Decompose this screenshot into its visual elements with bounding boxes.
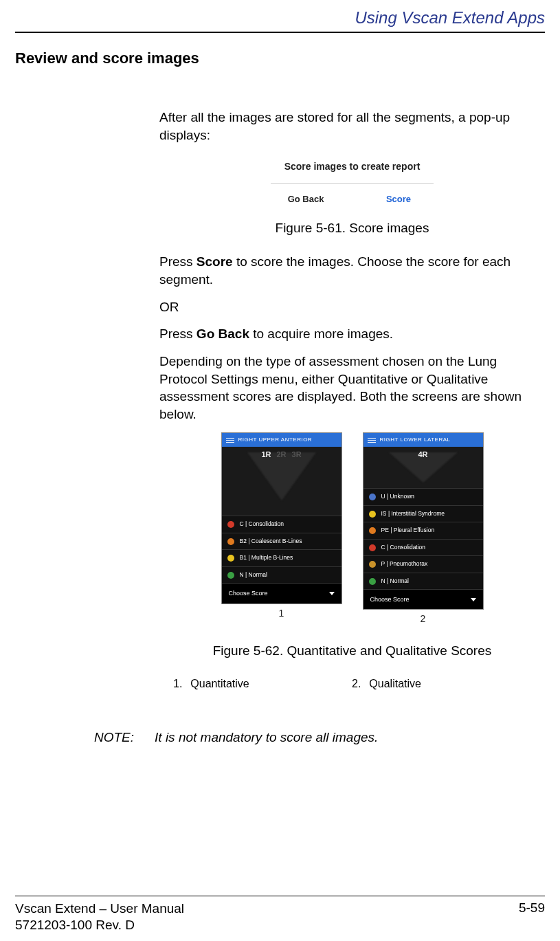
- phone-title: RIGHT UPPER ANTERIOR: [238, 436, 313, 444]
- popup-title: Score images to create report: [260, 160, 445, 173]
- segment-labels: 1R 2R 3R: [261, 450, 301, 460]
- note-label: NOTE:: [94, 730, 134, 745]
- dot-icon: [227, 521, 234, 528]
- dot-icon: [227, 572, 234, 579]
- section-heading: Review and score images: [15, 49, 545, 67]
- body-content: After all the images are stored for all …: [159, 109, 545, 691]
- score-option[interactable]: N | Normal: [222, 566, 341, 583]
- dot-icon: [227, 555, 234, 562]
- note-block: NOTE: It is not mandatory to score all i…: [94, 730, 545, 745]
- score-option[interactable]: C | Consolidation: [363, 539, 483, 555]
- segment-labels: 4R: [418, 450, 427, 460]
- score-popup: Score images to create report Go Back Sc…: [260, 153, 445, 212]
- dot-icon: [369, 511, 376, 518]
- figure-caption-61: Figure 5-61. Score images: [159, 219, 545, 237]
- menu-icon[interactable]: [368, 438, 376, 443]
- footer-manual-title: Vscan Extend – User Manual: [15, 900, 184, 918]
- phone-titlebar: RIGHT LOWER LATERAL: [363, 433, 483, 447]
- score-option[interactable]: U | Unknown: [363, 488, 483, 505]
- ultrasound-image: 4R: [363, 447, 483, 488]
- figure-62-screens: RIGHT UPPER ANTERIOR 1R 2R 3R C | Consol…: [159, 432, 545, 626]
- ultrasound-image: 1R 2R 3R: [222, 447, 341, 516]
- score-option[interactable]: C | Consolidation: [222, 516, 341, 532]
- phone-titlebar: RIGHT UPPER ANTERIOR: [222, 433, 341, 447]
- dot-icon: [369, 561, 376, 568]
- dot-icon: [369, 578, 376, 585]
- press-goback-paragraph: Press Go Back to acquire more images.: [159, 325, 545, 343]
- page-number: 5-59: [519, 900, 545, 934]
- phone-qualitative: RIGHT LOWER LATERAL 4R U | Unknown IS | …: [363, 432, 484, 610]
- screen-number-2: 2: [363, 612, 484, 626]
- choose-score-dropdown[interactable]: Choose Score: [363, 589, 483, 609]
- phone-quantitative: RIGHT UPPER ANTERIOR 1R 2R 3R C | Consol…: [221, 432, 342, 604]
- page-footer: Vscan Extend – User Manual 5721203-100 R…: [15, 896, 545, 934]
- score-option[interactable]: PE | Pleural Effusion: [363, 522, 483, 538]
- dot-icon: [369, 544, 376, 551]
- score-button[interactable]: Score: [352, 190, 445, 208]
- choose-score-dropdown[interactable]: Choose Score: [222, 583, 341, 603]
- menu-icon[interactable]: [226, 438, 234, 443]
- dot-icon: [227, 538, 234, 545]
- score-option[interactable]: N | Normal: [363, 573, 483, 589]
- popup-divider: [271, 183, 434, 184]
- score-list-quantitative: C | Consolidation B2 | Coalescent B-Line…: [222, 516, 341, 583]
- press-score-paragraph: Press Score to score the images. Choose …: [159, 253, 545, 288]
- depending-paragraph: Depending on the type of assessment chos…: [159, 353, 545, 423]
- figure-legend: 1.Quantitative 2.Qualitative: [173, 676, 545, 691]
- chapter-header: Using Vscan Extend Apps: [15, 8, 545, 33]
- score-option[interactable]: B1 | Multiple B-Lines: [222, 549, 341, 566]
- score-option[interactable]: P | Pneumothorax: [363, 555, 483, 572]
- goback-button[interactable]: Go Back: [260, 190, 352, 208]
- phone-title: RIGHT LOWER LATERAL: [380, 436, 451, 444]
- chevron-down-icon: [471, 598, 476, 601]
- score-option[interactable]: IS | Interstitial Syndrome: [363, 505, 483, 522]
- score-list-qualitative: U | Unknown IS | Interstitial Syndrome P…: [363, 488, 483, 589]
- note-text: It is not mandatory to score all images.: [155, 730, 378, 745]
- dot-icon: [369, 494, 376, 500]
- figure-caption-62: Figure 5-62. Quantitative and Qualitativ…: [159, 642, 545, 660]
- or-text: OR: [159, 298, 545, 316]
- screen-number-1: 1: [221, 607, 342, 620]
- score-option[interactable]: B2 | Coalescent B-Lines: [222, 533, 341, 549]
- chevron-down-icon: [329, 592, 335, 595]
- dot-icon: [369, 527, 376, 534]
- intro-paragraph: After all the images are stored for all …: [159, 109, 545, 144]
- screen-2-wrap: RIGHT LOWER LATERAL 4R U | Unknown IS | …: [363, 432, 484, 626]
- screen-1-wrap: RIGHT UPPER ANTERIOR 1R 2R 3R C | Consol…: [221, 432, 342, 626]
- footer-docnum: 5721203-100 Rev. D: [15, 917, 184, 934]
